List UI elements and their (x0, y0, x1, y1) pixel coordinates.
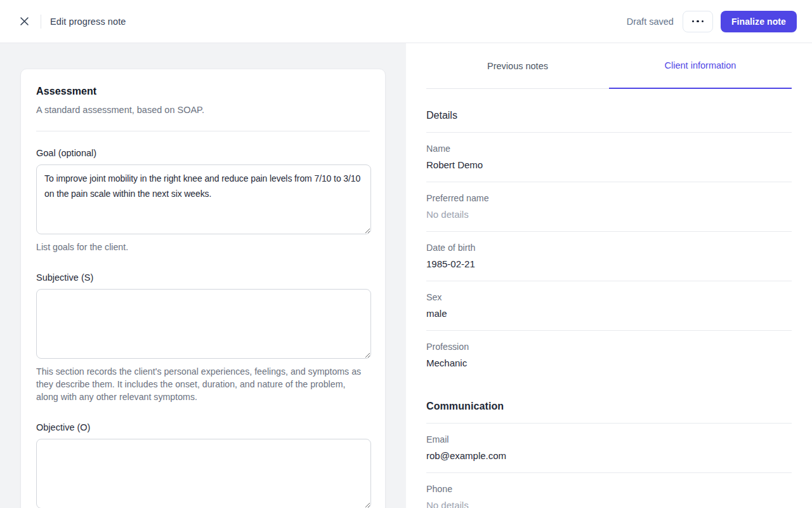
subjective-label: Subjective (S) (36, 272, 370, 283)
subjective-field: Subjective (S) This section records the … (36, 272, 370, 403)
header-divider (41, 15, 41, 29)
info-row-name: Name Robert Demo (426, 133, 792, 182)
page-title: Edit progress note (50, 17, 126, 27)
finalize-note-button[interactable]: Finalize note (721, 11, 797, 32)
info-value: Mechanic (426, 358, 792, 368)
info-value: rob@example.com (426, 450, 792, 461)
info-row-email: Email rob@example.com (426, 424, 792, 472)
info-label: Name (426, 144, 792, 154)
subjective-textarea[interactable] (36, 289, 371, 359)
info-label: Email (426, 434, 792, 444)
subjective-help: This section records the client's person… (36, 365, 370, 403)
goal-help: List goals for the client. (36, 241, 370, 253)
assessment-title: Assessment (36, 86, 370, 97)
info-row-preferred-name: Preferred name No details (426, 182, 792, 231)
objective-label: Objective (O) (36, 422, 370, 432)
close-icon[interactable] (15, 13, 33, 30)
tab-previous-notes[interactable]: Previous notes (426, 43, 609, 89)
info-row-sex: Sex male (426, 281, 792, 330)
communication-section: Email rob@example.com Phone No details (426, 424, 792, 508)
client-info-pane: Previous notes Client information Detail… (406, 43, 812, 508)
info-label: Profession (426, 342, 792, 352)
note-editor-pane: Assessment A standard assessment, based … (0, 43, 406, 508)
info-label: Preferred name (426, 193, 792, 203)
tab-client-information[interactable]: Client information (609, 43, 792, 89)
communication-section-title: Communication (426, 401, 792, 424)
objective-field: Objective (O) (36, 422, 370, 508)
info-value: No details (426, 500, 792, 508)
info-value: male (426, 308, 792, 319)
info-label: Sex (426, 292, 792, 302)
info-value: Robert Demo (426, 159, 792, 170)
card-divider (36, 131, 370, 131)
info-row-date-of-birth: Date of birth 1985-02-21 (426, 231, 792, 281)
ellipsis-icon (692, 20, 695, 23)
header: Edit progress note Draft saved Finalize … (0, 0, 812, 43)
goal-field: Goal (optional) To improve joint mobilit… (36, 148, 370, 253)
goal-textarea[interactable]: To improve joint mobility in the right k… (36, 164, 371, 234)
objective-textarea[interactable] (36, 439, 371, 508)
draft-status: Draft saved (627, 17, 674, 27)
goal-label: Goal (optional) (36, 148, 370, 158)
info-value: 1985-02-21 (426, 258, 792, 269)
header-actions: Draft saved Finalize note (627, 11, 797, 32)
more-options-button[interactable] (683, 11, 713, 32)
info-label: Phone (426, 484, 792, 494)
info-value: No details (426, 209, 792, 220)
info-label: Date of birth (426, 243, 792, 253)
details-section-title: Details (426, 110, 792, 133)
tab-bar: Previous notes Client information (426, 43, 792, 89)
info-row-phone: Phone No details (426, 472, 792, 508)
assessment-card: Assessment A standard assessment, based … (20, 69, 386, 508)
details-section: Name Robert Demo Preferred name No detai… (426, 133, 792, 380)
assessment-subtitle: A standard assessment, based on SOAP. (36, 105, 370, 115)
info-row-profession: Profession Mechanic (426, 330, 792, 380)
